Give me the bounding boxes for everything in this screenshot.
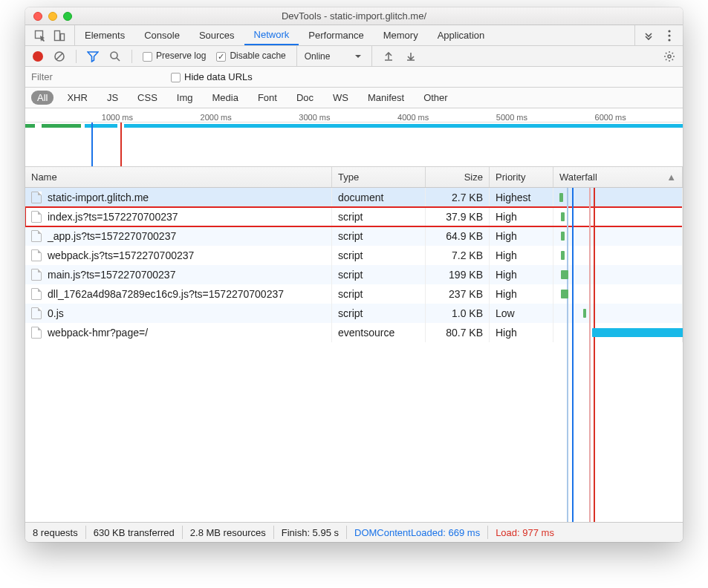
hide-data-urls-checkbox[interactable]: Hide data URLs (171, 71, 253, 82)
more-panels-icon[interactable] (643, 30, 655, 42)
svg-point-8 (111, 52, 117, 59)
type-media[interactable]: Media (206, 91, 244, 105)
tab-sources[interactable]: Sources (189, 25, 244, 45)
filter-input[interactable] (31, 71, 157, 82)
file-icon (31, 288, 42, 300)
type-js[interactable]: JS (101, 91, 124, 105)
type-font[interactable]: Font (252, 91, 283, 105)
type-xhr[interactable]: XHR (61, 91, 93, 105)
status-transferred: 630 KB transferred (86, 527, 182, 538)
overview-timeline[interactable]: 1000 ms 2000 ms 3000 ms 4000 ms 5000 ms … (25, 108, 683, 167)
status-dcl: DOMContentLoaded: 669 ms (347, 527, 487, 538)
col-name[interactable]: Name (25, 167, 332, 187)
request-size: 64.9 KB (426, 226, 490, 246)
request-name: index.js?ts=1572270700237 (48, 211, 178, 223)
request-type: eventsource (332, 323, 426, 342)
svg-rect-1 (55, 30, 60, 40)
tick-label: 6000 ms (595, 113, 626, 122)
download-icon[interactable] (405, 50, 417, 62)
tab-application[interactable]: Application (428, 25, 495, 45)
table-row[interactable]: static-import.glitch.medocument2.7 KBHig… (25, 188, 683, 207)
request-type: script (332, 284, 426, 304)
request-waterfall (553, 207, 683, 226)
request-priority: Low (490, 304, 553, 323)
request-priority: High (490, 207, 553, 226)
preserve-log-checkbox[interactable]: Preserve log (143, 50, 206, 61)
file-icon (31, 211, 42, 223)
request-table: static-import.glitch.medocument2.7 KBHig… (25, 188, 683, 522)
kebab-menu-icon[interactable] (663, 30, 675, 42)
tab-elements[interactable]: Elements (75, 25, 134, 45)
type-doc[interactable]: Doc (290, 91, 319, 105)
disable-cache-label: Disable cache (230, 50, 285, 61)
request-size: 237 KB (426, 284, 490, 304)
type-css[interactable]: CSS (131, 91, 163, 105)
type-other[interactable]: Other (418, 91, 454, 105)
file-icon (31, 230, 42, 242)
svg-point-10 (668, 55, 671, 58)
table-row[interactable]: index.js?ts=1572270700237script37.9 KBHi… (25, 207, 683, 226)
throttling-select[interactable]: Online (296, 46, 373, 66)
tick-label: 1000 ms (102, 113, 133, 122)
inspect-icon[interactable] (34, 30, 46, 42)
col-priority[interactable]: Priority (490, 167, 553, 187)
request-size: 37.9 KB (426, 207, 490, 226)
tab-network[interactable]: Network (244, 25, 299, 45)
status-resources: 2.8 MB resources (183, 527, 273, 538)
table-row[interactable]: dll_1762a4d98a7289ec16c9.js?ts=157227070… (25, 284, 683, 304)
disable-cache-checkbox[interactable]: Disable cache (216, 50, 285, 61)
file-icon (31, 269, 42, 281)
tick-label: 3000 ms (299, 113, 330, 122)
request-size: 2.7 KB (426, 188, 490, 207)
table-row[interactable]: webpack-hmr?page=/eventsource80.7 KBHigh (25, 323, 683, 342)
request-type: script (332, 304, 426, 323)
device-icon[interactable] (53, 30, 65, 42)
type-manifest[interactable]: Manifest (362, 91, 410, 105)
table-row[interactable]: webpack.js?ts=1572270700237script7.2 KBH… (25, 246, 683, 265)
request-type: script (332, 265, 426, 284)
type-all[interactable]: All (31, 91, 53, 105)
resource-type-filter: AllXHRJSCSSImgMediaFontDocWSManifestOthe… (25, 88, 683, 108)
request-waterfall (553, 265, 683, 284)
file-icon (31, 327, 42, 339)
request-priority: High (490, 265, 553, 284)
request-waterfall (553, 226, 683, 246)
table-row[interactable]: 0.jsscript1.0 KBLow (25, 304, 683, 323)
status-finish: Finish: 5.95 s (274, 527, 346, 538)
col-type[interactable]: Type (332, 167, 426, 187)
filter-icon[interactable] (87, 50, 99, 62)
tab-console[interactable]: Console (134, 25, 189, 45)
tab-performance[interactable]: Performance (299, 25, 373, 45)
request-waterfall (553, 284, 683, 304)
gear-icon[interactable] (663, 50, 675, 62)
search-icon[interactable] (109, 50, 121, 62)
svg-point-5 (668, 39, 670, 41)
request-priority: High (490, 284, 553, 304)
sort-asc-icon: ▲ (666, 172, 676, 183)
upload-icon[interactable] (383, 50, 394, 62)
type-img[interactable]: Img (171, 91, 199, 105)
filter-bar: Hide data URLs (25, 67, 683, 88)
table-row[interactable]: main.js?ts=1572270700237script199 KBHigh (25, 265, 683, 284)
svg-line-9 (117, 58, 120, 61)
chevron-down-icon (352, 50, 364, 62)
request-waterfall (553, 188, 683, 207)
request-name: main.js?ts=1572270700237 (48, 269, 175, 281)
request-type: script (332, 226, 426, 246)
request-priority: High (490, 246, 553, 265)
throttling-label: Online (305, 51, 331, 62)
table-row[interactable]: _app.js?ts=1572270700237script64.9 KBHig… (25, 226, 683, 246)
record-button[interactable] (33, 51, 43, 62)
svg-rect-2 (61, 33, 65, 40)
tab-memory[interactable]: Memory (374, 25, 428, 45)
request-waterfall (553, 323, 683, 342)
col-waterfall[interactable]: Waterfall ▲ (553, 167, 683, 187)
status-requests: 8 requests (25, 527, 85, 538)
svg-point-4 (668, 34, 670, 36)
clear-icon[interactable] (53, 50, 65, 62)
request-name: _app.js?ts=1572270700237 (48, 230, 176, 242)
type-ws[interactable]: WS (327, 91, 354, 105)
svg-point-3 (668, 30, 670, 32)
col-size[interactable]: Size (426, 167, 490, 187)
request-size: 199 KB (426, 265, 490, 284)
